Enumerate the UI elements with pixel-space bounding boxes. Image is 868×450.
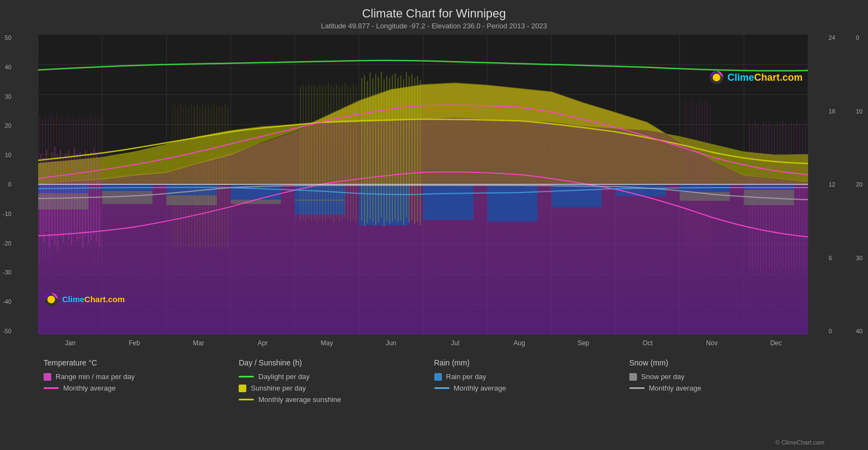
legend-item-rain-per-day: Rain per day [434, 373, 629, 381]
x-label-feb: Feb [102, 339, 167, 347]
legend-label-monthly-avg-snow: Monthly average [649, 384, 701, 392]
svg-rect-33 [551, 184, 602, 207]
legend-col-temperature: Temperature °C Range min / max per day M… [44, 358, 239, 404]
x-label-mar: Mar [167, 339, 231, 347]
legend-label-sunshine-per-day: Sunshine per day [251, 384, 306, 392]
y-right2-40: 40 [856, 328, 863, 334]
legend-swatch-sunshine [239, 385, 246, 392]
legend-swatch-range [44, 373, 51, 381]
legend-col-sunshine: Day / Sunshine (h) Daylight per day Suns… [239, 358, 434, 404]
legend-line-monthly-avg-snow [629, 387, 645, 389]
logo-icon-bottom [44, 292, 59, 307]
y-right2-20: 20 [856, 181, 863, 188]
copyright: © ClimeChart.com [775, 439, 824, 446]
y-left-30: 30 [5, 93, 11, 100]
legend-title-temperature: Temperature °C [44, 358, 239, 367]
x-label-may: May [295, 339, 359, 347]
x-label-dec: Dec [744, 339, 808, 347]
subtitle: Latitude 49.877 - Longitude -97.2 - Elev… [0, 22, 868, 30]
y-left-20: 20 [5, 122, 11, 129]
chart-wrapper: Temperature °C Day / Sunshine (h) Rain /… [38, 34, 835, 351]
svg-rect-31 [423, 184, 474, 220]
x-label-jan: Jan [38, 339, 102, 347]
legend-label-monthly-avg-temp: Monthly average [63, 384, 116, 392]
logo-top-right: ClimeChart.com [709, 70, 803, 85]
legend-item-sunshine-per-day: Sunshine per day [239, 384, 434, 392]
y-right2-0: 0 [856, 34, 859, 41]
legend-line-monthly-avg-rain [434, 387, 450, 389]
svg-rect-32 [487, 184, 537, 221]
logo-text-top: ClimeChart.com [727, 72, 803, 83]
logo-text-bottom: ClimeChart.com [62, 295, 125, 304]
legend-title-snow: Snow (mm) [629, 358, 824, 367]
y-right2-10: 10 [856, 108, 863, 115]
x-label-jul: Jul [423, 339, 488, 347]
legend-label-daylight: Daylight per day [258, 373, 309, 381]
y-left-50: 50 [5, 34, 11, 41]
legend-label-snow-per-day: Snow per day [641, 373, 685, 381]
y-left-n50: -50 [3, 328, 11, 334]
y-axis-right: 24 18 12 6 0 [826, 34, 835, 334]
legend-item-monthly-avg-snow: Monthly average [629, 384, 824, 392]
legend-title-rain: Rain (mm) [434, 358, 629, 367]
legend-col-snow: Snow (mm) Snow per day Monthly average [629, 358, 824, 404]
legend-item-monthly-avg-temp: Monthly average [44, 384, 239, 392]
x-label-sep: Sep [551, 339, 616, 347]
x-label-oct: Oct [616, 339, 680, 347]
legend-item-snow-per-day: Snow per day [629, 373, 824, 381]
legend-area: Temperature °C Range min / max per day M… [0, 351, 868, 404]
legend-col-rain: Rain (mm) Rain per day Monthly average [434, 358, 629, 404]
x-label-aug: Aug [487, 339, 551, 347]
logo-icon-top [709, 70, 724, 85]
main-title: Climate Chart for Winnipeg [0, 7, 868, 21]
y-left-10: 10 [5, 152, 11, 158]
y-left-n30: -30 [3, 269, 11, 275]
y-right2-30: 30 [856, 255, 863, 261]
legend-label-rain-per-day: Rain per day [446, 373, 487, 381]
y-left-n40: -40 [3, 298, 11, 305]
y-right-0: 0 [829, 328, 832, 334]
legend-label-range: Range min / max per day [56, 373, 135, 381]
y-right-12: 12 [829, 181, 835, 188]
y-right-6: 6 [829, 255, 832, 261]
legend-title-sunshine: Day / Sunshine (h) [239, 358, 434, 367]
y-left-40: 40 [5, 64, 11, 70]
title-area: Climate Chart for Winnipeg Latitude 49.8… [0, 0, 868, 30]
legend-line-monthly-avg-sunshine [239, 399, 254, 400]
svg-rect-34 [616, 184, 666, 196]
x-label-apr: Apr [230, 339, 295, 347]
y-left-n20: -20 [3, 240, 11, 247]
legend-swatch-rain [434, 373, 442, 381]
svg-rect-38 [102, 191, 153, 204]
y-right-18: 18 [829, 108, 835, 115]
y-right-24: 24 [829, 34, 835, 41]
chart-svg [38, 34, 808, 334]
legend-item-daylight: Daylight per day [239, 373, 434, 381]
x-axis: Jan Feb Mar Apr May Jun Jul Aug Sep Oct … [38, 335, 808, 351]
legend-swatch-snow [629, 373, 637, 381]
legend-label-monthly-avg-rain: Monthly average [454, 384, 506, 392]
x-label-nov: Nov [680, 339, 744, 347]
chart-area: ClimeChart.com ClimeChart.com [38, 34, 808, 334]
legend-item-monthly-avg-rain: Monthly average [434, 384, 629, 392]
legend-item-range: Range min / max per day [44, 373, 239, 381]
x-label-jun: Jun [359, 339, 423, 347]
y-left-0: 0 [8, 181, 11, 188]
legend-line-daylight [239, 376, 254, 377]
legend-line-monthly-avg-temp [44, 387, 59, 389]
y-axis-left: 50 40 30 20 10 0 -10 -20 -30 -40 -50 [3, 34, 11, 334]
legend-label-monthly-avg-sunshine: Monthly average sunshine [258, 395, 341, 404]
y-left-n10: -10 [3, 211, 11, 217]
logo-bottom-left: ClimeChart.com [44, 292, 125, 307]
legend-item-monthly-avg-sunshine: Monthly average sunshine [239, 395, 434, 404]
page-container: Climate Chart for Winnipeg Latitude 49.8… [0, 0, 868, 450]
y-axis-right2: 0 10 20 30 40 [856, 34, 863, 334]
